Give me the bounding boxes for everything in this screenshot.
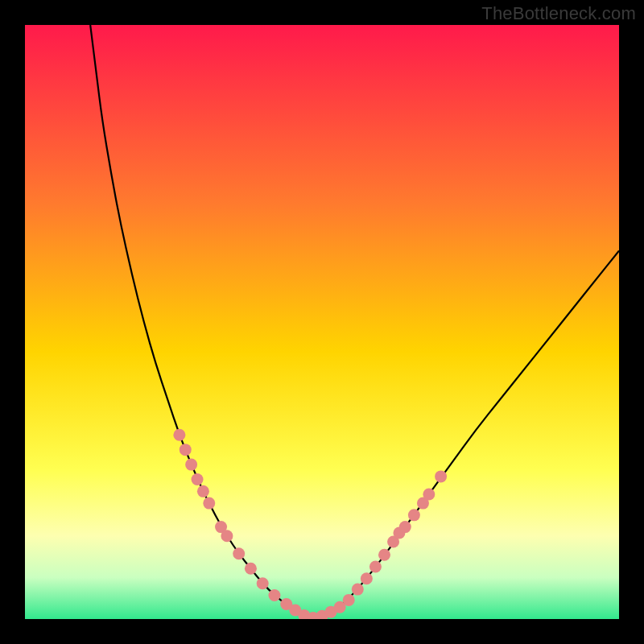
highlight-dot — [257, 577, 269, 589]
highlight-dot — [203, 497, 215, 510]
highlight-dot — [173, 429, 185, 441]
highlight-dot — [185, 459, 197, 471]
highlight-dot — [245, 563, 257, 575]
highlight-dot — [192, 473, 204, 485]
gradient-background — [25, 25, 619, 619]
highlight-dot — [423, 489, 435, 501]
highlight-dot — [221, 530, 233, 542]
chart-frame: TheBottleneck.com — [0, 0, 644, 644]
highlight-dot — [352, 584, 364, 596]
highlight-dot — [268, 589, 280, 601]
highlight-dot — [399, 521, 411, 533]
highlight-dot — [197, 485, 209, 497]
highlight-dot — [343, 594, 355, 606]
watermark-text: TheBottleneck.com — [481, 3, 636, 24]
highlight-dot — [408, 509, 420, 521]
highlight-dot — [435, 470, 447, 482]
highlight-dot — [361, 572, 373, 584]
highlight-dot — [378, 549, 390, 561]
bottleneck-chart — [25, 25, 619, 619]
highlight-dot — [180, 444, 192, 456]
highlight-dot — [233, 547, 245, 559]
highlight-dot — [369, 561, 382, 573]
